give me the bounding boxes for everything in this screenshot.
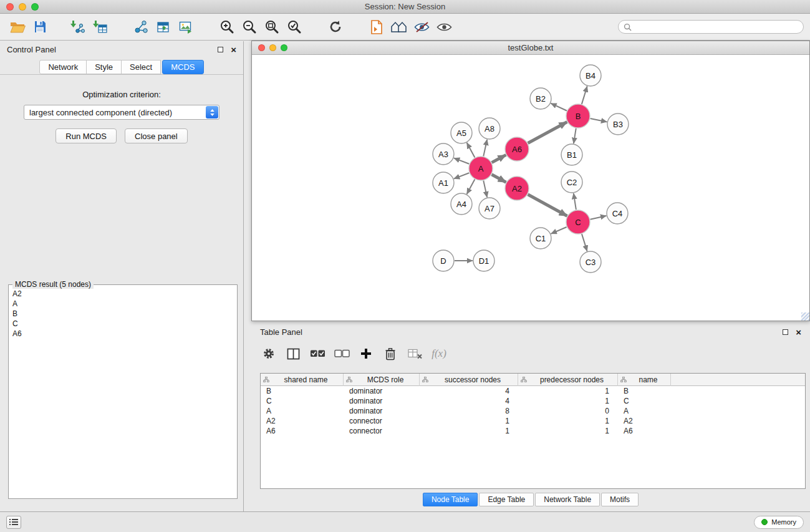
new-network-button[interactable] [130,16,152,37]
tab-edge-table[interactable]: Edge Table [479,493,534,506]
zoom-out-button[interactable] [238,16,261,37]
node-B4[interactable]: B4 [580,65,601,86]
close-table-panel-icon[interactable]: × [796,327,801,337]
edge-B-B2[interactable] [551,104,567,111]
edge-A-A3[interactable] [454,158,470,163]
cell-mcds-role[interactable]: dominator [344,396,420,406]
node-B1[interactable]: B1 [561,144,582,165]
edge-C-C3[interactable] [582,234,587,251]
edge-B-B3[interactable] [591,118,607,122]
node-C4[interactable]: C4 [607,203,628,224]
open-session-button[interactable] [6,16,29,37]
node-D1[interactable]: D1 [473,250,494,271]
cell-successor-nodes[interactable]: 8 [420,406,518,416]
cell-successor-nodes[interactable]: 1 [420,416,518,426]
table-row[interactable]: A2connector11A2 [261,416,805,426]
node-A4[interactable]: A4 [451,193,472,215]
tab-style[interactable]: Style [86,60,122,74]
window-resize-grip[interactable] [801,312,809,321]
cell-shared-name[interactable]: A6 [261,426,344,436]
cell-successor-nodes[interactable]: 4 [420,396,518,406]
mcds-result-item[interactable]: A [12,299,233,309]
float-table-panel-button[interactable] [783,329,788,335]
refresh-view-button[interactable] [324,16,347,37]
mcds-result-item[interactable]: A2 [12,289,233,299]
edge-C-C2[interactable] [574,193,576,210]
table-row[interactable]: A6connector11A6 [261,426,805,436]
edge-A-A8[interactable] [483,140,487,157]
show-graphics-details-button[interactable] [433,16,455,37]
table-settings-button[interactable] [259,344,279,364]
column-header-shared-name[interactable]: shared name [261,374,344,386]
cell-predecessor-nodes[interactable]: 1 [518,396,618,406]
tab-mcds[interactable]: MCDS [162,60,203,74]
edge-A-A1[interactable] [454,173,470,178]
new-table-button[interactable] [152,16,175,37]
column-header-successor-nodes[interactable]: successor nodes [420,374,518,386]
cell-successor-nodes[interactable]: 1 [420,426,518,436]
save-session-button[interactable] [29,16,51,37]
export-image-button[interactable] [175,16,197,37]
hide-graphics-details-button[interactable] [410,16,433,37]
minimize-network-window-icon[interactable] [269,44,276,51]
node-A3[interactable]: A3 [433,143,454,165]
delete-table-button[interactable] [405,344,425,364]
edge-C-C4[interactable] [591,216,607,220]
node-C3[interactable]: C3 [580,251,601,273]
delete-column-button[interactable] [380,344,400,364]
window-controls[interactable] [6,3,39,11]
table-row[interactable]: Adominator80A [261,406,805,416]
zoom-fit-button[interactable] [261,16,283,37]
column-header-name[interactable]: name [618,374,671,386]
network-window-controls[interactable] [258,44,287,51]
function-builder-button[interactable]: f(x) [429,344,449,364]
select-all-button[interactable] [307,344,327,364]
node-D[interactable]: D [433,250,454,271]
node-A[interactable]: A [469,157,493,180]
show-columns-button[interactable] [283,344,303,364]
memory-button[interactable]: Memory [754,516,804,529]
float-panel-button[interactable] [218,47,223,52]
table-row[interactable]: Cdominator41C [261,396,805,406]
tab-motifs[interactable]: Motifs [601,493,639,506]
cell-successor-nodes[interactable]: 4 [420,386,518,396]
node-A8[interactable]: A8 [479,118,500,139]
cell-mcds-role[interactable]: dominator [344,386,420,396]
cell-predecessor-nodes[interactable]: 1 [518,386,618,396]
node-C1[interactable]: C1 [530,228,551,249]
cell-shared-name[interactable]: B [261,386,344,396]
home-button[interactable] [388,16,410,37]
cell-name[interactable]: C [618,396,671,406]
node-A5[interactable]: A5 [451,122,472,143]
minimize-window-icon[interactable] [19,3,26,11]
cell-shared-name[interactable]: A [261,406,344,416]
mcds-result-item[interactable]: A6 [12,329,233,339]
network-canvas[interactable]: B4B2BB3A5A8A6B1A3AC2A1A2A4A7C4CC1C3DD1 [252,55,809,321]
column-header-predecessor-nodes[interactable]: predecessor nodes [518,374,618,386]
edge-A-A7[interactable] [483,181,487,198]
cell-shared-name[interactable]: C [261,396,344,406]
cell-predecessor-nodes[interactable]: 0 [518,406,618,416]
edge-A-A4[interactable] [467,180,475,195]
task-history-button[interactable] [6,516,21,529]
cell-name[interactable]: B [618,386,671,396]
cell-shared-name[interactable]: A2 [261,416,344,426]
edge-A-A5[interactable] [467,143,475,158]
node-C[interactable]: C [566,210,590,234]
cell-predecessor-nodes[interactable]: 1 [518,426,618,436]
import-network-button[interactable] [66,16,89,37]
edge-B-B1[interactable] [574,128,576,144]
node-B[interactable]: B [566,104,590,128]
create-column-button[interactable] [356,344,376,364]
column-header-mcds-role[interactable]: MCDS role [344,374,420,386]
deselect-all-button[interactable] [332,344,352,364]
node-C2[interactable]: C2 [561,172,582,193]
node-A2[interactable]: A2 [505,177,529,200]
session-document-button[interactable] [365,16,388,37]
edge-A2-C[interactable] [528,195,567,216]
cell-mcds-role[interactable]: connector [344,426,420,436]
search-box[interactable] [618,20,804,34]
tab-network[interactable]: Network [39,60,87,74]
tab-node-table[interactable]: Node Table [423,493,478,506]
node-A6[interactable]: A6 [505,137,529,161]
